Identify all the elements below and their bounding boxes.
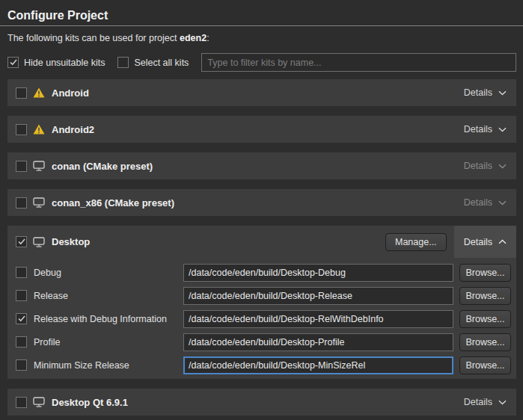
select-all-group: Select all kits — [117, 57, 189, 68]
kit-row: Android2 Details — [7, 116, 516, 143]
kit-checkbox[interactable] — [16, 236, 27, 247]
chevron-down-icon — [498, 400, 507, 405]
desktop-icon — [33, 197, 45, 208]
page-title: Configure Project — [7, 8, 516, 22]
config-path-input[interactable] — [183, 333, 453, 351]
config-label: Debug — [34, 268, 61, 278]
kit-row: conan (CMake preset) Details — [7, 152, 516, 179]
chevron-down-icon — [498, 200, 507, 206]
details-label: Details — [464, 397, 492, 407]
browse-button[interactable]: Browse... — [459, 264, 511, 282]
kit-list: Android Details Android2 Deta — [0, 79, 523, 416]
kits-subtitle: The following kits can be used for proje… — [7, 33, 516, 43]
details-label: Details — [464, 161, 492, 171]
kit-header: Desktop Qt 6.9.1 Details — [7, 389, 516, 416]
config-checkbox[interactable] — [16, 290, 27, 301]
kit-filter-input[interactable] — [201, 53, 516, 72]
chevron-up-icon — [498, 239, 507, 244]
kit-row: Android Details — [7, 79, 516, 106]
build-config-row: Release Browse... — [16, 286, 511, 305]
configure-project-page: Configure Project The following kits can… — [0, 0, 523, 416]
chevron-down-icon — [498, 90, 507, 96]
config-checkbox[interactable] — [16, 336, 27, 348]
kit-row: Desktop Manage... Details Debug Browse..… — [7, 226, 516, 379]
chevron-down-icon — [498, 164, 507, 169]
details-label: Details — [464, 197, 492, 208]
build-config-left: Release with Debug Information — [16, 313, 183, 324]
details-label: Details — [464, 124, 492, 135]
kit-header: conan (CMake preset) Details — [7, 152, 516, 179]
config-label: Profile — [34, 337, 60, 348]
browse-button[interactable]: Browse... — [459, 287, 511, 305]
kit-checkbox[interactable] — [16, 397, 27, 408]
kit-name: conan (CMake preset) — [52, 161, 153, 172]
warning-icon — [33, 124, 45, 135]
desktop-icon — [33, 237, 45, 247]
title-divider — [0, 25, 523, 26]
config-label: Release with Debug Information — [34, 314, 167, 324]
kit-header: Android2 Details — [7, 116, 516, 143]
kit-details-button[interactable]: Details — [454, 152, 516, 179]
build-config-left: Debug — [16, 267, 183, 278]
check-icon — [18, 238, 25, 245]
kit-details-button[interactable]: Details — [454, 189, 516, 216]
kit-name: Android2 — [52, 124, 94, 135]
hide-unsuitable-label: Hide unsuitable kits — [24, 58, 105, 68]
build-config-row: Release with Debug Information Browse... — [16, 309, 511, 328]
kit-checkbox[interactable] — [16, 161, 27, 172]
kit-checkbox[interactable] — [16, 197, 27, 209]
kit-configs: Debug Browse... Release Browse... Releas… — [7, 258, 516, 379]
details-label: Details — [464, 237, 492, 247]
config-path-input[interactable] — [183, 287, 453, 305]
build-config-left: Minimum Size Release — [16, 359, 183, 371]
build-config-row: Minimum Size Release Browse... — [16, 356, 511, 374]
config-label: Minimum Size Release — [34, 360, 129, 371]
manage-button[interactable]: Manage... — [385, 233, 447, 251]
project-name: eden2 — [180, 33, 207, 43]
desktop-icon — [33, 161, 45, 171]
kit-details-button[interactable]: Details — [454, 389, 516, 416]
browse-button[interactable]: Browse... — [459, 310, 511, 328]
kit-checkbox[interactable] — [16, 87, 27, 99]
hide-unsuitable-checkbox[interactable] — [7, 57, 19, 68]
warning-icon — [33, 87, 45, 98]
build-config-row: Profile Browse... — [16, 333, 511, 351]
check-icon — [18, 315, 25, 322]
kit-name: Desktop — [52, 236, 90, 247]
config-checkbox[interactable] — [16, 359, 27, 371]
kit-header: Desktop Manage... Details — [7, 226, 516, 258]
subtitle-text: The following kits can be used for proje… — [7, 33, 180, 43]
kit-details-button[interactable]: Details — [454, 79, 516, 106]
kit-row: Desktop Qt 6.9.1 Details — [7, 389, 516, 416]
kit-header: Android Details — [7, 79, 516, 106]
build-config-row: Debug Browse... — [16, 263, 511, 282]
kit-name: Android — [52, 87, 89, 99]
config-path-input[interactable] — [183, 356, 453, 374]
browse-button[interactable]: Browse... — [459, 356, 511, 374]
config-path-input[interactable] — [183, 264, 453, 282]
config-checkbox[interactable] — [16, 267, 27, 278]
config-label: Release — [34, 291, 68, 301]
browse-button[interactable]: Browse... — [459, 333, 511, 351]
select-all-label: Select all kits — [134, 58, 189, 68]
kit-name: conan_x86 (CMake preset) — [52, 197, 174, 209]
kit-checkbox[interactable] — [16, 124, 27, 135]
kit-name: Desktop Qt 6.9.1 — [52, 397, 128, 408]
kit-details-button[interactable]: Details — [454, 116, 516, 143]
desktop-icon — [33, 397, 45, 407]
kit-row: conan_x86 (CMake preset) Details — [7, 189, 516, 216]
select-all-checkbox[interactable] — [117, 57, 129, 68]
build-config-left: Profile — [16, 336, 183, 348]
check-icon — [10, 59, 17, 66]
config-path-input[interactable] — [183, 310, 453, 328]
subtitle-colon: : — [207, 33, 209, 43]
kits-toolbar: Hide unsuitable kits Select all kits — [7, 53, 516, 72]
kit-details-button[interactable]: Details — [454, 226, 516, 258]
build-config-left: Release — [16, 290, 183, 301]
hide-unsuitable-group: Hide unsuitable kits — [7, 57, 105, 68]
chevron-down-icon — [498, 127, 507, 132]
details-label: Details — [464, 87, 492, 98]
kit-header: conan_x86 (CMake preset) Details — [7, 189, 516, 216]
config-checkbox[interactable] — [16, 313, 27, 324]
